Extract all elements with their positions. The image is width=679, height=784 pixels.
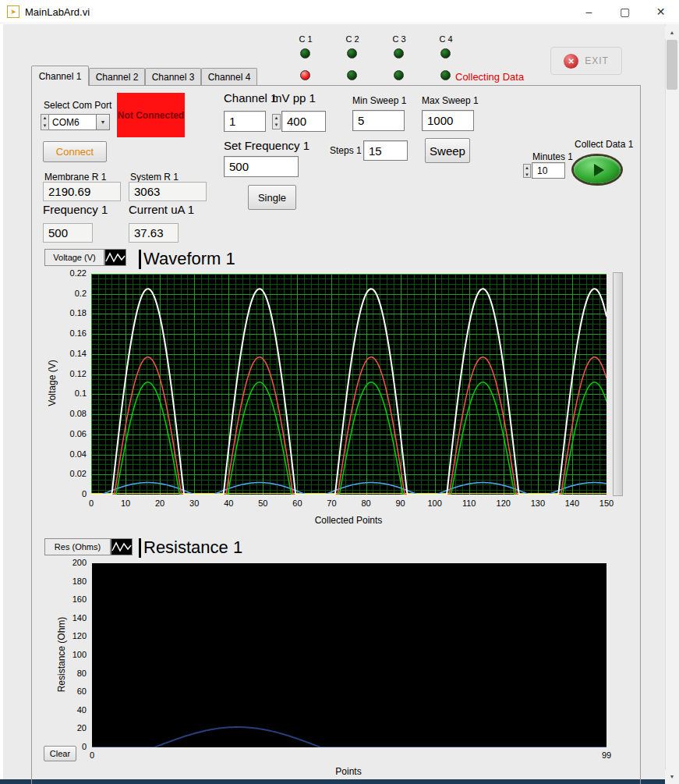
led-label-c3: C 3 xyxy=(389,34,409,44)
led-c2-row2 xyxy=(347,70,357,80)
scroll-up-icon[interactable]: ▲ xyxy=(665,26,679,39)
tab-channel-4[interactable]: Channel 4 xyxy=(201,68,257,86)
scroll-down-icon[interactable]: ▼ xyxy=(665,770,679,783)
led-c4-row2 xyxy=(440,70,451,80)
tab-channel-3[interactable]: Channel 3 xyxy=(145,68,201,86)
close-button[interactable]: ✕ xyxy=(643,0,678,23)
led-c2-row1 xyxy=(347,48,357,59)
led-c3-row2 xyxy=(394,70,404,80)
led-c1-row1 xyxy=(300,48,310,59)
exit-x-icon: ✕ xyxy=(564,54,578,69)
led-c4-row1 xyxy=(440,48,451,59)
labview-front-panel: ➤ MainLabArd.vi – ▢ ✕ ▲ ▼ C 1 C 2 C 3 C … xyxy=(0,0,679,784)
led-c1-row2 xyxy=(300,70,310,80)
window-title: MainLabArd.vi xyxy=(25,6,90,18)
exit-button-label: EXIT xyxy=(585,55,609,66)
led-c3-row1 xyxy=(394,48,404,59)
minimize-button[interactable]: – xyxy=(571,0,607,23)
led-label-c2: C 2 xyxy=(342,34,362,44)
vertical-scrollbar[interactable] xyxy=(665,24,679,784)
scrollbar-thumb[interactable] xyxy=(667,40,677,90)
maximize-button[interactable]: ▢ xyxy=(607,0,642,23)
led-label-c1: C 1 xyxy=(295,34,316,44)
collecting-data-status: Collecting Data xyxy=(455,71,524,83)
led-label-c4: C 4 xyxy=(436,34,456,44)
exit-button[interactable]: ✕ EXIT xyxy=(550,47,622,75)
tab-channel-2[interactable]: Channel 2 xyxy=(89,68,145,86)
tab-channel-1[interactable]: Channel 1 xyxy=(31,66,89,86)
labview-app-icon: ➤ xyxy=(7,5,19,18)
tab-page-channel-1 xyxy=(31,85,641,784)
